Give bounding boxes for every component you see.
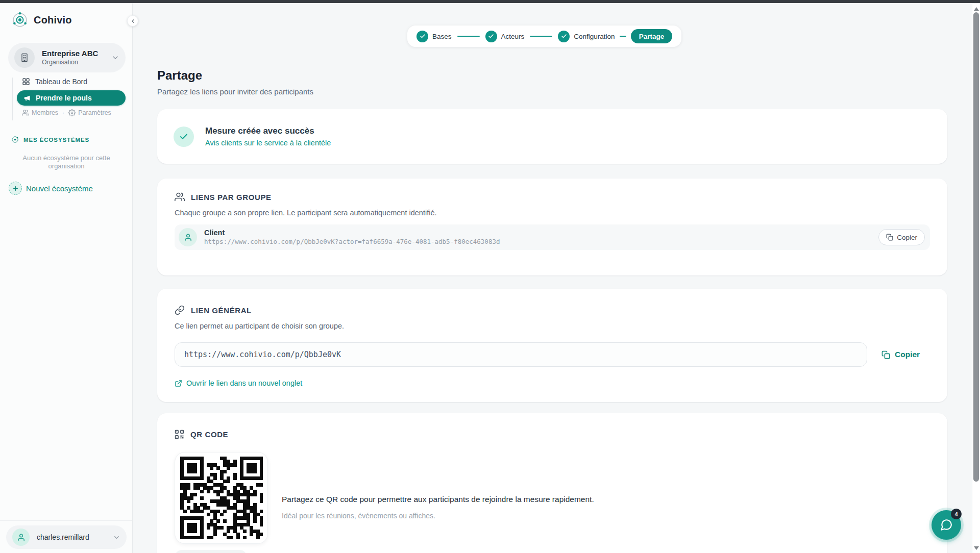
cohivio-orbit-icon bbox=[11, 11, 29, 29]
new-ecosystem-button[interactable]: Nouvel écosystème bbox=[9, 182, 93, 195]
group-links-card: LIENS PAR GROUPE Chaque groupe a son pro… bbox=[157, 179, 947, 275]
step-label: Bases bbox=[432, 33, 452, 40]
page-scrollbar[interactable] bbox=[972, 3, 980, 553]
link-icon bbox=[175, 305, 185, 315]
step-configuration[interactable]: Configuration bbox=[558, 31, 615, 42]
check-icon bbox=[416, 31, 428, 42]
copy-icon bbox=[881, 350, 890, 359]
open-link-label: Ouvrir le lien dans un nouvel onglet bbox=[186, 379, 302, 387]
step-connector bbox=[457, 36, 480, 37]
general-link-input[interactable] bbox=[175, 342, 867, 367]
general-link-title: LIEN GÉNÉRAL bbox=[191, 306, 252, 315]
step-label: Acteurs bbox=[501, 33, 525, 40]
client-person-icon bbox=[179, 228, 197, 246]
general-link-description: Ce lien permet au participant de choisir… bbox=[175, 322, 930, 330]
members-label: Membres bbox=[32, 109, 58, 116]
success-banner: Mesure créée avec succès Avis clients su… bbox=[157, 109, 947, 164]
qr-title: QR CODE bbox=[190, 430, 228, 439]
group-url: https://www.cohivio.com/p/QbbJe0vK?actor… bbox=[204, 238, 878, 246]
ecosystems-section-header: MES ÉCOSYSTÈMES bbox=[11, 136, 89, 143]
app-name: Cohivio bbox=[34, 14, 72, 26]
new-ecosystem-label: Nouvel écosystème bbox=[26, 184, 93, 193]
group-people-icon bbox=[175, 192, 185, 202]
step-acteurs[interactable]: Acteurs bbox=[485, 31, 525, 42]
open-in-new-tab-link[interactable]: Ouvrir le lien dans un nouvel onglet bbox=[175, 379, 302, 387]
organization-type: Organisation bbox=[42, 58, 111, 66]
building-icon bbox=[14, 47, 35, 68]
copy-label: Copier bbox=[895, 350, 920, 359]
page-subtitle: Partagez les liens pour inviter des part… bbox=[157, 87, 313, 96]
qr-hint: Idéal pour les réunions, événements ou a… bbox=[282, 512, 594, 520]
megaphone-icon bbox=[23, 94, 31, 102]
success-subtitle: Avis clients sur le service à la clientè… bbox=[205, 138, 331, 148]
copy-icon bbox=[886, 234, 893, 241]
organization-name: Entreprise ABC bbox=[42, 49, 111, 58]
plus-icon bbox=[9, 182, 22, 195]
copy-group-link-button[interactable]: Copier bbox=[878, 229, 925, 245]
group-links-description: Chaque groupe a son propre lien. Le part… bbox=[175, 209, 930, 217]
page-title: Partage bbox=[157, 68, 202, 83]
chat-bubble-icon bbox=[940, 518, 953, 532]
gear-icon bbox=[68, 109, 76, 116]
group-name: Client bbox=[204, 229, 878, 237]
sidebar-subnav: Membres · Paramètres bbox=[22, 109, 111, 116]
sidebar-item-dashboard[interactable]: Tableau de Bord bbox=[22, 78, 87, 86]
qr-code-frame bbox=[175, 452, 268, 544]
step-bases[interactable]: Bases bbox=[416, 31, 452, 42]
nav-tree-line bbox=[12, 78, 13, 120]
dashboard-icon bbox=[22, 78, 30, 86]
settings-label: Paramètres bbox=[78, 109, 111, 116]
copy-label: Copier bbox=[897, 234, 917, 241]
chevron-down-icon bbox=[111, 54, 119, 62]
group-links-title: LIENS PAR GROUPE bbox=[191, 193, 272, 202]
sidebar-item-label: Tableau de Bord bbox=[35, 78, 87, 86]
window-top-bar bbox=[0, 0, 980, 3]
scrollbar-thumb[interactable] bbox=[973, 12, 979, 482]
group-link-row: Client https://www.cohivio.com/p/QbbJe0v… bbox=[175, 224, 930, 250]
qr-download-button-partial[interactable] bbox=[175, 550, 247, 553]
step-partage-current[interactable]: Partage bbox=[631, 29, 673, 43]
step-connector bbox=[530, 36, 552, 37]
qr-icon bbox=[175, 430, 184, 439]
sidebar: Cohivio Entreprise ABC Organisation Tabl… bbox=[0, 3, 133, 553]
scroll-down-arrow[interactable] bbox=[974, 546, 979, 550]
sidebar-divider bbox=[0, 520, 132, 521]
sidebar-item-label: Prendre le pouls bbox=[36, 94, 92, 102]
sidebar-item-settings[interactable]: Paramètres bbox=[68, 109, 111, 116]
general-link-card: LIEN GÉNÉRAL Ce lien permet au participa… bbox=[157, 289, 947, 402]
user-avatar-icon bbox=[12, 529, 30, 546]
chat-fab-button[interactable]: 4 bbox=[932, 510, 961, 540]
user-menu[interactable]: charles.remillard bbox=[6, 525, 127, 549]
app-logo[interactable]: Cohivio bbox=[11, 11, 72, 29]
check-icon bbox=[485, 31, 497, 42]
qr-code-card: QR CODE Partagez ce QR code pour permett… bbox=[157, 413, 947, 553]
wizard-stepper: Bases Acteurs Configuration Partage bbox=[407, 26, 681, 47]
external-link-icon bbox=[175, 380, 182, 387]
step-connector bbox=[620, 36, 626, 37]
qr-code-image bbox=[180, 457, 263, 539]
copy-general-link-button[interactable]: Copier bbox=[881, 350, 920, 359]
chat-unread-badge: 4 bbox=[951, 509, 962, 519]
ecosystem-orbit-icon bbox=[11, 136, 19, 143]
sidebar-item-pulse-active[interactable]: Prendre le pouls bbox=[17, 90, 126, 106]
organization-selector[interactable]: Entreprise ABC Organisation bbox=[8, 43, 126, 72]
sidebar-collapse-button[interactable] bbox=[127, 15, 138, 27]
ecosystems-title: MES ÉCOSYSTÈMES bbox=[23, 137, 89, 143]
qr-description: Partagez ce QR code pour permettre aux p… bbox=[282, 495, 594, 504]
check-icon bbox=[558, 31, 570, 42]
success-check-icon bbox=[174, 127, 194, 147]
scroll-up-arrow[interactable] bbox=[974, 7, 979, 11]
ecosystems-empty-text: Aucun écosystème pour cette organisation bbox=[5, 154, 128, 170]
step-label: Configuration bbox=[574, 33, 615, 40]
user-name: charles.remillard bbox=[37, 533, 113, 541]
chevron-down-icon bbox=[113, 534, 120, 541]
success-title: Mesure créée avec succès bbox=[205, 125, 331, 137]
members-icon bbox=[22, 109, 29, 116]
subnav-separator: · bbox=[62, 109, 64, 116]
sidebar-item-members[interactable]: Membres bbox=[22, 109, 58, 116]
